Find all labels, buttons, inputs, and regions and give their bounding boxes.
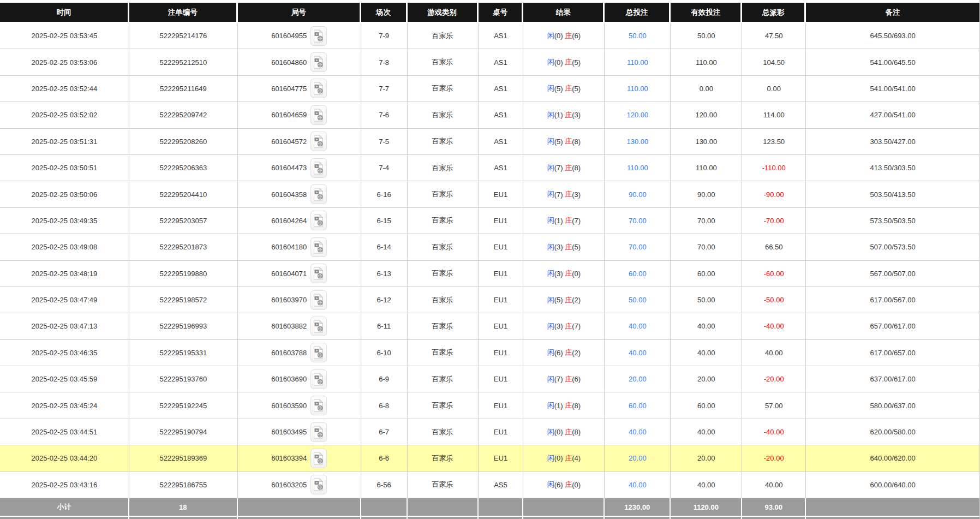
- video-icon[interactable]: [310, 264, 327, 283]
- banker-result-label: 庄: [565, 216, 572, 225]
- bet-no-cell: 522295190794: [129, 419, 238, 445]
- banker-result-value: (3): [572, 190, 581, 199]
- total-bet-link[interactable]: 50.00: [629, 296, 647, 304]
- video-icon[interactable]: [310, 52, 327, 72]
- result-cell: 闲(7) 庄(3): [523, 181, 605, 207]
- bet-no-cell: 522295204410: [129, 181, 238, 207]
- table-no-cell: AS1: [479, 49, 524, 75]
- table-row[interactable]: 2025-02-25 03:50:51522295206363601604473…: [0, 155, 979, 181]
- table-row[interactable]: 2025-02-25 03:46:35522295195331601603788…: [0, 340, 979, 366]
- table-row[interactable]: 2025-02-25 03:52:02522295209742601604659…: [0, 102, 979, 128]
- total-bet-link[interactable]: 70.00: [629, 217, 647, 225]
- total-bet-link[interactable]: 90.00: [629, 190, 647, 199]
- valid-bet-cell: 50.00: [671, 287, 742, 313]
- total-bet-link[interactable]: 60.00: [629, 402, 647, 410]
- video-icon[interactable]: [310, 475, 327, 494]
- total-bet-link[interactable]: 130.00: [626, 138, 648, 146]
- table-row[interactable]: 2025-02-25 03:52:44522295211649601604775…: [0, 76, 979, 102]
- video-icon[interactable]: [310, 211, 327, 230]
- total-bet-link[interactable]: 110.00: [627, 164, 648, 172]
- payout-cell: -110.00: [742, 155, 806, 181]
- footer-total_bet: 1230.00: [605, 498, 671, 516]
- round-no-text: 601604572: [271, 138, 307, 146]
- table-row[interactable]: 2025-02-25 03:45:24522295192245601603590…: [0, 392, 979, 419]
- game-type-cell: 百家乐: [408, 49, 479, 75]
- time-cell: 2025-02-25 03:47:13: [0, 313, 129, 339]
- video-icon[interactable]: [310, 132, 327, 151]
- video-icon[interactable]: [310, 343, 327, 362]
- table-row[interactable]: 2025-02-25 03:49:08522295201873601604180…: [0, 234, 979, 260]
- time-cell: 2025-02-25 03:44:20: [0, 445, 129, 472]
- column-header-bet_no: 注单编号: [129, 3, 238, 22]
- footer2-remark: [806, 517, 979, 519]
- payout-cell: 47.50: [742, 23, 806, 49]
- session-cell: 6-8: [361, 392, 408, 419]
- total-bet-link[interactable]: 40.00: [629, 322, 647, 330]
- video-file-glyph: [313, 399, 324, 412]
- result-cell: 闲(5) 庄(8): [523, 129, 605, 155]
- video-icon[interactable]: [310, 396, 327, 415]
- table-row[interactable]: 2025-02-25 03:53:45522295214176601604955…: [0, 23, 979, 49]
- table-row[interactable]: 2025-02-25 03:51:31522295208260601604572…: [0, 129, 979, 155]
- total-bet-link[interactable]: 40.00: [629, 428, 647, 436]
- total-bet-link[interactable]: 70.00: [629, 243, 647, 251]
- total-bet-link[interactable]: 20.00: [629, 375, 647, 383]
- footer2-table_no: [479, 517, 524, 519]
- total-bet-link[interactable]: 110.00: [627, 85, 648, 93]
- video-icon[interactable]: [310, 184, 327, 204]
- video-icon[interactable]: [310, 369, 327, 389]
- table-row[interactable]: 2025-02-25 03:50:06522295204410601604358…: [0, 181, 979, 207]
- bet-no-cell: 522295206363: [129, 155, 238, 181]
- table-row[interactable]: 2025-02-25 03:44:51522295190794601603495…: [0, 419, 979, 445]
- total-bet-link[interactable]: 40.00: [629, 349, 647, 357]
- total-bet-link[interactable]: 60.00: [629, 270, 647, 278]
- total-bet-cell: 70.00: [605, 208, 671, 234]
- video-icon[interactable]: [310, 158, 327, 178]
- table-row[interactable]: 2025-02-25 03:49:35522295203057601604264…: [0, 208, 979, 234]
- bet-no-cell: 522295196993: [129, 313, 238, 339]
- table-row[interactable]: 2025-02-25 03:47:49522295198572601603970…: [0, 287, 979, 313]
- total-bet-link[interactable]: 20.00: [629, 454, 647, 462]
- session-cell: 6-9: [361, 366, 408, 392]
- column-header-total_bet: 总投注: [605, 3, 671, 22]
- table-row[interactable]: 2025-02-25 03:43:16522295186755601603205…: [0, 472, 979, 498]
- video-icon[interactable]: [310, 449, 327, 468]
- column-header-remark: 备注: [806, 3, 979, 22]
- banker-result-value: (7): [572, 217, 581, 225]
- table-row[interactable]: 2025-02-25 03:53:06522295212510601604860…: [0, 49, 979, 75]
- table-row[interactable]: 2025-02-25 03:48:19522295199880601604071…: [0, 261, 979, 287]
- bet-no-cell: 522295201873: [129, 234, 238, 260]
- payout-cell: -40.00: [742, 313, 806, 339]
- video-file-glyph: [313, 426, 324, 439]
- remark-cell: 413.50/303.50: [806, 155, 979, 181]
- video-icon[interactable]: [310, 237, 327, 257]
- video-icon[interactable]: [310, 79, 327, 98]
- session-cell: 6-16: [361, 181, 408, 207]
- player-result-label: 闲: [547, 242, 554, 252]
- total-bet-cell: 60.00: [605, 392, 671, 419]
- table-row[interactable]: 2025-02-25 03:45:59522295193760601603690…: [0, 366, 979, 392]
- video-icon[interactable]: [310, 422, 327, 442]
- result-cell: 闲(3) 庄(5): [523, 234, 605, 260]
- total-bet-link[interactable]: 120.00: [626, 111, 648, 119]
- footer-valid_bet: 1120.00: [671, 498, 742, 516]
- table-row[interactable]: 2025-02-25 03:44:20522295189369601603394…: [0, 445, 979, 472]
- total-bet-link[interactable]: 40.00: [629, 481, 647, 489]
- banker-result-label: 庄: [565, 110, 572, 120]
- video-icon[interactable]: [310, 290, 327, 310]
- video-icon[interactable]: [310, 317, 327, 336]
- payout-cell: 57.00: [742, 392, 806, 419]
- bet-no-cell: 522295198572: [129, 287, 238, 313]
- video-icon[interactable]: [310, 26, 327, 46]
- game-type-cell: 百家乐: [408, 76, 479, 102]
- remark-cell: 617.00/567.00: [806, 287, 979, 313]
- valid-bet-cell: 60.00: [671, 392, 742, 419]
- round-no-cell: 601604071: [238, 261, 361, 287]
- video-icon[interactable]: [310, 105, 327, 125]
- total-bet-link[interactable]: 50.00: [629, 32, 647, 40]
- game-type-cell: 百家乐: [408, 234, 479, 260]
- total-bet-link[interactable]: 110.00: [627, 58, 648, 67]
- table-row[interactable]: 2025-02-25 03:47:13522295196993601603882…: [0, 313, 979, 339]
- round-no-cell: 601604180: [238, 234, 361, 260]
- valid-bet-cell: 110.00: [671, 49, 742, 75]
